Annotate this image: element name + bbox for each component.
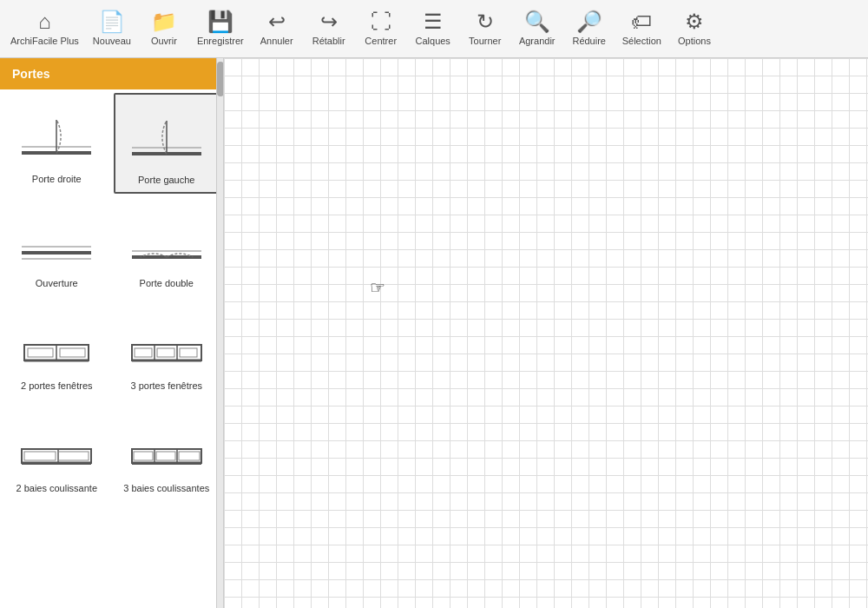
toolbar: ⌂ ArchiFacile Plus 📄 Nouveau 📁 Ouvrir 💾 … (0, 0, 868, 58)
svg-rect-31 (132, 449, 201, 463)
sidebar-content: Porte droite Porte gauche (0, 89, 223, 608)
door-label-porte-gauche: Porte gauche (138, 175, 194, 185)
nouveau-icon: 📄 (99, 11, 125, 32)
tourner-icon: ↻ (477, 11, 494, 32)
home-icon: ⌂ (38, 11, 51, 32)
toolbar-label-options: Options (678, 36, 711, 46)
toolbar-item-options[interactable]: ⚙ Options (668, 0, 720, 58)
door-item-3pf[interactable]: 3 portes fenêtres (114, 300, 220, 399)
toolbar-item-calques[interactable]: ☰ Calques (407, 0, 459, 58)
ouvrir-icon: 📁 (151, 11, 177, 32)
door-label-porte-double: Porte double (140, 278, 194, 288)
door-item-porte-double[interactable]: Porte double (114, 197, 220, 296)
svg-rect-14 (24, 345, 56, 360)
annuler-icon: ↩ (268, 11, 286, 32)
door-preview-3pf (123, 307, 210, 377)
door-preview-2bc (13, 410, 100, 479)
svg-rect-18 (132, 345, 201, 360)
toolbar-label-annuler: Annuler (260, 36, 293, 46)
svg-rect-23 (180, 348, 197, 357)
sidebar: Portes Porte droite (0, 58, 224, 608)
door-label-2pf: 2 portes fenêtres (21, 380, 93, 391)
main-layout: Portes Porte droite (0, 58, 868, 608)
toolbar-label-retablir: Rétablir (312, 36, 345, 46)
reduire-icon: 🔎 (576, 11, 602, 32)
door-item-3bc[interactable]: 3 baies coulissantes (114, 402, 220, 501)
door-icon-3bc (128, 414, 206, 475)
toolbar-item-selection[interactable]: 🏷 Sélection (615, 0, 668, 58)
canvas-area[interactable]: ☞ (224, 58, 868, 608)
svg-rect-21 (135, 348, 152, 357)
door-preview-3bc (123, 410, 210, 479)
door-preview-2pf (13, 307, 100, 377)
toolbar-item-nouveau[interactable]: 📄 Nouveau (86, 0, 138, 58)
svg-rect-22 (157, 348, 174, 357)
door-icon-porte-double (128, 209, 206, 270)
svg-rect-25 (22, 449, 91, 463)
door-item-ouverture[interactable]: Ouverture (3, 197, 110, 296)
door-icon-porte-gauche (128, 106, 206, 167)
grid-canvas (224, 58, 868, 608)
door-item-2bc[interactable]: 2 baies coulissante (3, 402, 110, 501)
door-label-3bc: 3 baies coulissantes (123, 483, 209, 493)
toolbar-item-enregistrer[interactable]: 💾 Enregistrer (190, 0, 251, 58)
enregistrer-icon: 💾 (207, 11, 233, 32)
door-preview-porte-gauche (123, 102, 210, 171)
sidebar-title: Portes (0, 58, 223, 89)
toolbar-label-enregistrer: Enregistrer (197, 36, 244, 46)
toolbar-item-home[interactable]: ⌂ ArchiFacile Plus (3, 0, 86, 58)
svg-rect-27 (24, 452, 56, 460)
toolbar-item-annuler[interactable]: ↩ Annuler (251, 0, 303, 58)
toolbar-item-retablir[interactable]: ↪ Rétablir (303, 0, 355, 58)
door-preview-porte-double (123, 205, 210, 274)
svg-rect-16 (60, 348, 85, 357)
door-preview-porte-droite (13, 101, 100, 170)
toolbar-item-centrer[interactable]: ⛶ Centrer (355, 0, 407, 58)
svg-rect-26 (22, 449, 58, 463)
scrollbar-thumb[interactable] (217, 62, 224, 96)
door-label-ouverture: Ouverture (36, 278, 78, 288)
retablir-icon: ↪ (320, 11, 338, 32)
toolbar-label-selection: Sélection (622, 36, 661, 46)
options-icon: ⚙ (685, 11, 704, 32)
svg-rect-36 (179, 452, 200, 460)
toolbar-item-agrandir[interactable]: 🔍 Agrandir (511, 0, 563, 58)
door-item-porte-droite[interactable]: Porte droite (3, 93, 110, 194)
svg-rect-28 (58, 452, 89, 460)
toolbar-label-home: ArchiFacile Plus (10, 36, 79, 46)
door-label-porte-droite: Porte droite (32, 174, 82, 184)
door-icon-ouverture (17, 209, 95, 270)
toolbar-label-centrer: Centrer (365, 36, 397, 46)
toolbar-label-agrandir: Agrandir (519, 36, 556, 46)
toolbar-item-tourner[interactable]: ↻ Tourner (459, 0, 511, 58)
toolbar-label-reduire: Réduire (572, 36, 606, 46)
toolbar-label-nouveau: Nouveau (93, 36, 131, 46)
toolbar-label-tourner: Tourner (469, 36, 501, 46)
door-preview-ouverture (13, 205, 100, 274)
svg-rect-35 (156, 452, 175, 460)
door-label-3pf: 3 portes fenêtres (130, 380, 202, 391)
calques-icon: ☰ (424, 11, 443, 32)
toolbar-item-ouvrir[interactable]: 📁 Ouvrir (138, 0, 190, 58)
svg-rect-15 (28, 348, 53, 357)
door-icon-2bc (17, 414, 95, 475)
centrer-icon: ⛶ (371, 11, 391, 32)
door-item-2pf[interactable]: 2 portes fenêtres (3, 300, 110, 399)
sidebar-scrollbar[interactable] (216, 58, 223, 608)
door-label-2bc: 2 baies coulissante (16, 483, 97, 493)
svg-rect-34 (134, 452, 153, 460)
door-icon-2pf (17, 312, 95, 373)
toolbar-item-reduire[interactable]: 🔎 Réduire (563, 0, 615, 58)
door-icon-porte-droite (17, 105, 95, 166)
door-icon-3pf (128, 312, 206, 373)
toolbar-label-ouvrir: Ouvrir (151, 36, 177, 46)
toolbar-label-calques: Calques (416, 36, 450, 46)
agrandir-icon: 🔍 (524, 11, 550, 32)
door-item-porte-gauche[interactable]: Porte gauche (114, 93, 220, 194)
selection-icon: 🏷 (631, 11, 652, 32)
